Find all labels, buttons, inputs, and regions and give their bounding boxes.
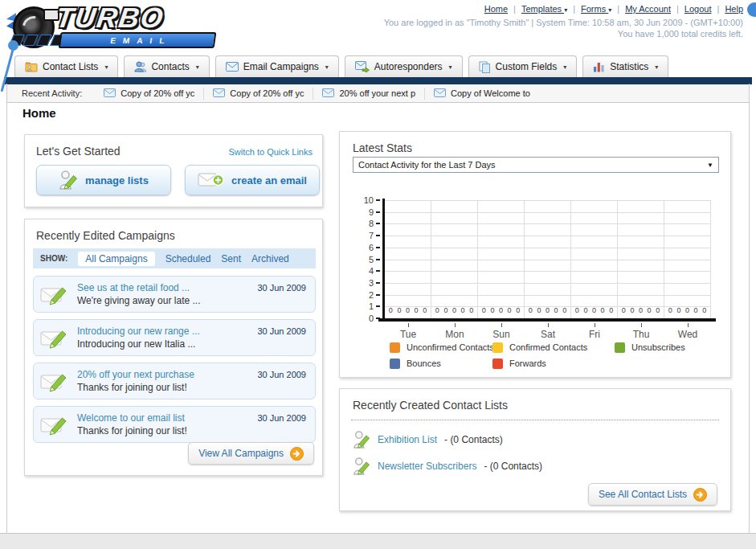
campaign-title-link[interactable]: Welcome to our email list bbox=[77, 412, 187, 424]
legend-item: Confirmed Contacts bbox=[492, 341, 615, 354]
filter-scheduled[interactable]: Scheduled bbox=[166, 253, 211, 264]
chevron-down-icon: ▾ bbox=[608, 6, 611, 14]
tab-autoresponders[interactable]: Autoresponders▾ bbox=[345, 55, 463, 77]
manage-lists-button[interactable]: manage lists bbox=[36, 165, 171, 195]
campaign-date: 30 Jun 2009 bbox=[257, 326, 306, 336]
header-link-help[interactable]: Help bbox=[725, 4, 743, 14]
bar-value-label: 0 bbox=[592, 306, 596, 314]
chart-bar-group: 00000 bbox=[478, 200, 525, 318]
header-link-home[interactable]: Home bbox=[484, 4, 508, 14]
header-link-forms[interactable]: Forms ▾ bbox=[581, 4, 611, 14]
x-tick-label: Wed bbox=[664, 323, 711, 340]
tab-contact-lists[interactable]: Contact Lists▾ bbox=[14, 55, 118, 77]
app-logo[interactable]: TURBO EMAIL bbox=[6, 2, 223, 53]
contact-list-link[interactable]: Exhibition List bbox=[378, 434, 437, 445]
contact-lists-panel: Recently Created Contact Lists Exhibitio… bbox=[339, 388, 731, 511]
page-right-border bbox=[749, 84, 750, 533]
corner-dot-decoration bbox=[747, 2, 756, 17]
tab-email-campaigns[interactable]: Email Campaigns▾ bbox=[215, 55, 339, 77]
stats-period-select[interactable]: Contact Activity for the Last 7 Days ▼ bbox=[353, 157, 719, 173]
see-all-contact-lists-button[interactable]: See All Contact Lists bbox=[588, 483, 717, 506]
campaign-item[interactable]: Welcome to our email listThanks for join… bbox=[33, 406, 316, 443]
chevron-down-icon: ▾ bbox=[564, 6, 567, 14]
campaign-envelope-pencil-icon bbox=[40, 414, 71, 440]
tab-custom-fields[interactable]: Custom Fields▾ bbox=[468, 55, 578, 77]
recent-activity-item[interactable]: 20% off your next p bbox=[313, 88, 424, 100]
arrow-right-icon bbox=[693, 488, 707, 502]
campaign-subtitle: Thanks for joining our list! bbox=[77, 424, 187, 437]
link-separator: | bbox=[617, 4, 619, 14]
campaign-envelope-pencil-icon bbox=[40, 327, 71, 353]
recent-activity-item[interactable]: Copy of 20% off yc bbox=[203, 88, 313, 100]
logo-title: TURBO bbox=[54, 2, 166, 34]
campaign-title-link[interactable]: 20% off your next purchase bbox=[77, 368, 194, 381]
campaign-title-link[interactable]: Introducing our new range ... bbox=[77, 325, 200, 338]
switch-to-quick-links[interactable]: Switch to Quick Links bbox=[228, 147, 313, 157]
show-label: SHOW: bbox=[40, 254, 67, 263]
chart-bar-group: 00000 bbox=[571, 200, 618, 318]
campaign-title-link[interactable]: See us at the retail food ... bbox=[77, 281, 200, 294]
recent-activity-item[interactable]: Copy of Welcome to bbox=[424, 88, 539, 100]
bar-value-label: 0 bbox=[443, 306, 447, 314]
campaign-list: See us at the retail food ...We're givin… bbox=[33, 276, 316, 449]
legend-swatch bbox=[492, 358, 503, 369]
chevron-down-icon: ▼ bbox=[707, 162, 713, 169]
x-tick-label: Tue bbox=[385, 323, 431, 340]
manage-lists-icon bbox=[59, 170, 78, 191]
bar-value-label: 0 bbox=[622, 306, 626, 314]
recent-activity-item[interactable]: Copy of 20% off yc bbox=[95, 88, 203, 100]
filter-all-campaigns[interactable]: All Campaigns bbox=[78, 252, 154, 266]
campaign-subtitle: Introducing our new Italia ... bbox=[77, 338, 200, 350]
campaigns-panel: Recently Edited Campaigns SHOW: All Camp… bbox=[24, 219, 323, 476]
campaign-subtitle: We're giving away our late ... bbox=[77, 294, 200, 307]
contact-lists-icon bbox=[25, 61, 38, 72]
header-link-my-account[interactable]: My Account bbox=[625, 4, 671, 14]
chevron-down-icon: ▾ bbox=[449, 64, 452, 71]
header-link-templates[interactable]: Templates ▾ bbox=[521, 4, 567, 14]
chart-bar-group: 00000 bbox=[525, 200, 571, 318]
recent-activity-label: Recent Activity: bbox=[22, 88, 82, 98]
campaign-date: 30 Jun 2009 bbox=[257, 283, 306, 293]
campaign-item[interactable]: Introducing our new range ...Introducing… bbox=[33, 319, 316, 356]
envelope-icon bbox=[104, 88, 116, 99]
header-link-logout[interactable]: Logout bbox=[684, 4, 712, 14]
tab-statistics[interactable]: Statistics▾ bbox=[582, 55, 668, 77]
bar-value-label: 0 bbox=[630, 306, 634, 314]
filter-sent[interactable]: Sent bbox=[221, 253, 241, 264]
link-separator: | bbox=[513, 4, 516, 14]
bar-value-label: 0 bbox=[537, 306, 541, 314]
filter-archived[interactable]: Archived bbox=[251, 253, 289, 264]
bar-value-label: 0 bbox=[406, 306, 410, 314]
x-axis-line bbox=[378, 318, 716, 322]
campaign-item[interactable]: 20% off your next purchaseThanks for joi… bbox=[33, 363, 316, 399]
bar-value-label: 0 bbox=[676, 306, 680, 314]
recent-activity-bar: Recent Activity: Copy of 20% off ycCopy … bbox=[7, 84, 749, 103]
bar-value-label: 0 bbox=[685, 306, 689, 314]
contact-list-link[interactable]: Newsletter Subscribers bbox=[378, 461, 476, 472]
envelope-icon bbox=[322, 88, 334, 99]
create-an-email-button[interactable]: create an email bbox=[185, 165, 320, 195]
bar-value-label: 0 bbox=[575, 306, 579, 314]
x-tick-label: Sun bbox=[478, 323, 525, 340]
contact-list-item[interactable]: Newsletter Subscribers- (0 Contacts) bbox=[353, 453, 542, 479]
bar-value-label: 0 bbox=[529, 306, 533, 314]
bar-value-label: 0 bbox=[423, 306, 427, 314]
campaign-item[interactable]: See us at the retail food ...We're givin… bbox=[33, 276, 316, 313]
campaign-envelope-pencil-icon bbox=[40, 371, 71, 396]
bar-value-label: 0 bbox=[583, 306, 587, 314]
link-separator: | bbox=[573, 4, 575, 14]
legend-swatch bbox=[615, 342, 625, 353]
chevron-down-icon: ▾ bbox=[196, 64, 199, 71]
y-tick-label: 1 bbox=[369, 301, 380, 311]
tab-contacts[interactable]: Contacts▾ bbox=[124, 55, 209, 77]
y-tick-label: 9 bbox=[369, 207, 380, 217]
bar-value-label: 0 bbox=[554, 306, 558, 314]
chart-bar-group: 00000 bbox=[618, 200, 664, 318]
contact-list-item[interactable]: Exhibition List- (0 Contacts) bbox=[353, 426, 542, 453]
chart-bar-group: 00000 bbox=[431, 200, 478, 318]
bar-value-label: 0 bbox=[656, 306, 660, 314]
campaign-date: 30 Jun 2009 bbox=[257, 413, 306, 423]
view-all-campaigns-button[interactable]: View All Campaigns bbox=[188, 442, 314, 465]
custom-fields-icon bbox=[479, 61, 491, 73]
bar-value-label: 0 bbox=[397, 306, 401, 314]
